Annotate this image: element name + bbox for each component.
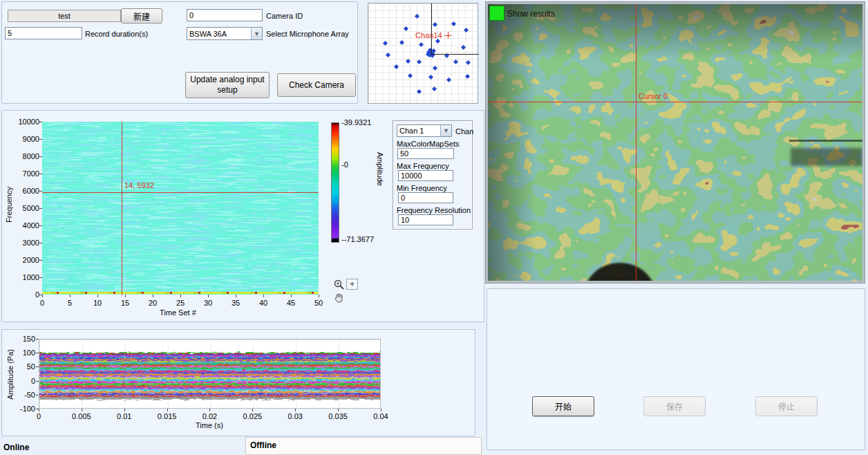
mic-dot	[393, 64, 398, 69]
camera-structure-shadow	[791, 148, 862, 166]
mic-array-value: BSWA 36A	[189, 30, 227, 38]
waveform-traces	[39, 340, 381, 409]
chevron-down-icon[interactable]: ▼	[251, 28, 262, 39]
tick-label: 150	[9, 335, 35, 343]
waveform-trace	[39, 374, 381, 376]
waveform-plot[interactable]	[39, 339, 381, 409]
colorbar-max-label: -39.9321	[341, 118, 371, 127]
mic-dot	[435, 39, 440, 44]
waveform-trace	[39, 382, 381, 384]
camera-cursor-horizontal[interactable]	[488, 102, 862, 102]
mic-dot	[404, 26, 408, 31]
analysis-groupbox: Chan 1 ▼ Chan MaxColorMapSets Max Freque…	[393, 120, 473, 230]
chan-select[interactable]: Chan 1 ▼	[397, 124, 452, 137]
spectrogram-cursor-vertical[interactable]	[122, 122, 122, 295]
max-colormap-input[interactable]	[397, 148, 454, 159]
tick-label: 45	[281, 299, 301, 307]
camera-cursor-label: Cursor 0	[639, 92, 668, 100]
setup-panel: 新建 Record duration(s) Camera ID BSWA 36A…	[1, 1, 358, 104]
acoustic-camera-app: { "colors": { "page_bg": "#e8f0f9", "pan…	[0, 0, 868, 455]
waveform-trace	[39, 398, 381, 400]
chevron-down-icon[interactable]: ▼	[440, 125, 451, 136]
mic-crosshair-horizontal	[431, 54, 479, 55]
tick-label: 0.005	[68, 412, 95, 420]
tick-label: 0	[25, 412, 53, 420]
session-name-input[interactable]	[8, 10, 121, 22]
mic-dot	[461, 45, 466, 50]
waveform-trace	[39, 389, 381, 391]
spectrogram-plot[interactable]	[42, 122, 319, 295]
camera-cursor-vertical[interactable]	[636, 4, 636, 281]
colorbar-min-label: --71.3677	[341, 235, 374, 243]
new-session-button[interactable]: 新建	[121, 8, 162, 24]
record-duration-input[interactable]	[5, 27, 82, 39]
spectrogram-cursor-horizontal[interactable]	[42, 192, 319, 193]
camera-id-label: Camera ID	[266, 12, 303, 20]
mic-dot	[406, 59, 411, 64]
waveform-panel: Amplitude (Pa) 150100500-50-100 00.0050.…	[1, 329, 475, 436]
mic-dot	[419, 42, 424, 47]
show-results-checkbox[interactable]	[489, 6, 504, 21]
mic-array-label: Select Microphone Array	[266, 30, 349, 38]
offline-status-label: Offline	[250, 440, 276, 450]
tick-label: 0	[32, 299, 52, 307]
save-button[interactable]: 保存	[643, 396, 706, 416]
frequency-resolution-input[interactable]	[398, 214, 453, 225]
online-status-label: Online	[3, 443, 29, 452]
waveform-trace	[39, 369, 381, 371]
max-frequency-label: Max Frequency	[397, 162, 449, 170]
tick-label: 0.02	[196, 412, 224, 420]
mic-array-select[interactable]: BSWA 36A ▼	[187, 27, 263, 40]
update-analog-input-button[interactable]: Update analog input setup	[185, 72, 270, 98]
waveform-trace	[39, 385, 381, 387]
tick-label: 0.015	[153, 412, 181, 420]
zoom-tool-icon[interactable]	[333, 279, 346, 292]
max-frequency-input[interactable]	[398, 170, 453, 181]
start-button[interactable]: 开始	[532, 396, 594, 416]
spectrogram-x-axis-label: Time Set #	[160, 308, 196, 317]
amplitude-colorbar[interactable]	[331, 122, 339, 243]
check-camera-button[interactable]: Check Camera	[277, 73, 356, 97]
tick-label: 0	[13, 290, 39, 299]
tick-label: 35	[226, 299, 245, 307]
tick-label: 0	[9, 377, 35, 385]
waveform-trace	[39, 383, 381, 385]
mic-dot	[465, 74, 470, 79]
tick-label: 1000	[13, 273, 39, 281]
tick-label: 0.03	[281, 412, 309, 420]
tick-label: 6000	[13, 187, 39, 195]
waveform-trace	[39, 375, 381, 378]
waveform-trace	[39, 391, 381, 393]
waveform-trace	[39, 387, 381, 389]
max-colormap-label: MaxColorMapSets	[397, 140, 459, 148]
camera-id-input[interactable]	[187, 9, 263, 21]
min-frequency-input[interactable]	[398, 192, 453, 203]
stop-button[interactable]: 停止	[755, 396, 818, 416]
waveform-x-tickmarks	[39, 409, 381, 411]
mic-cursor-marker	[448, 32, 449, 39]
tick-label: 0.04	[367, 412, 395, 420]
cursor-tool-icon[interactable]: +	[346, 279, 358, 290]
camera-view[interactable]: Cursor 0 Show results	[488, 4, 862, 281]
tick-label: 25	[171, 299, 190, 307]
mic-array-plot[interactable]: Chan14	[368, 3, 478, 104]
tick-label: 100	[9, 349, 35, 357]
waveform-trace	[39, 371, 381, 373]
pan-tool-icon[interactable]	[333, 292, 346, 306]
tick-label: 5000	[13, 204, 39, 212]
mic-dot	[386, 53, 390, 57]
show-results-label: Show results	[507, 9, 555, 19]
spectrogram-y-axis-label: Frequency	[5, 187, 13, 223]
waveform-trace	[39, 393, 381, 396]
tick-label: 0.01	[111, 412, 138, 420]
mic-dot	[466, 60, 471, 65]
tick-label: 8000	[13, 152, 39, 160]
mic-dot	[433, 22, 437, 27]
mic-dot	[428, 75, 433, 80]
mic-dot	[453, 59, 458, 64]
spectrogram-x-tickmarks	[42, 295, 319, 297]
camera-left-shadow	[488, 4, 536, 281]
mic-dot	[417, 59, 422, 64]
tick-label: -50	[9, 391, 35, 399]
offline-status-box: Offline	[245, 437, 482, 455]
